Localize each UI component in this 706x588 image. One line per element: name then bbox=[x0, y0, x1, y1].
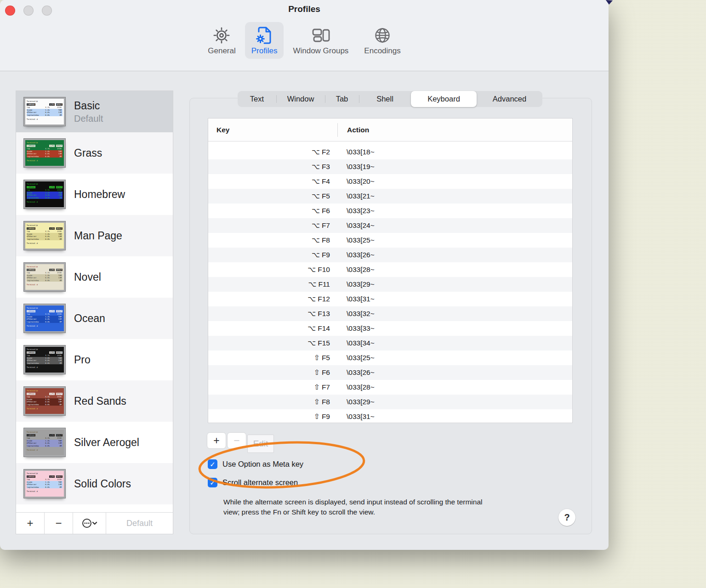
profile-row-grass[interactable]: Terminal1#COMMAND%CPURPRVTtop4.1%231KXco… bbox=[16, 132, 173, 174]
profile-name: Man Page bbox=[74, 230, 122, 242]
toolbar-item-profiles[interactable]: Profiles bbox=[245, 22, 284, 59]
key-table-row[interactable]: ⌥ F6\033[23~ bbox=[208, 204, 572, 218]
profile-thumbnail: Terminal1#COMMAND%CPURPRVTtop4.1%231KXco… bbox=[24, 97, 65, 126]
profile-row-ocean[interactable]: Terminal1#COMMAND%CPURPRVTtop4.1%231KXco… bbox=[16, 298, 173, 339]
profile-row-red-sands[interactable]: Terminal1#COMMAND%CPURPRVTtop4.1%231KXco… bbox=[16, 380, 173, 422]
key-cell: ⌥ F15 bbox=[208, 339, 337, 347]
key-table-row[interactable]: ⌥ F9\033[26~ bbox=[208, 248, 572, 262]
action-cell: \033[29~ bbox=[337, 398, 375, 406]
profile-row-pro[interactable]: Terminal1#COMMAND%CPURPRVTtop4.1%231KXco… bbox=[16, 339, 173, 380]
key-table-row[interactable]: ⌥ F10\033[28~ bbox=[208, 262, 572, 277]
action-cell: \033[28~ bbox=[337, 383, 375, 391]
tab-advanced[interactable]: Advanced bbox=[477, 91, 542, 107]
default-button[interactable]: Default bbox=[106, 513, 173, 534]
tab-bar: TextWindowTabShellKeyboardAdvanced bbox=[238, 91, 542, 107]
key-cell: ⌥ F14 bbox=[208, 324, 337, 333]
toolbar-item-encodings[interactable]: Encodings bbox=[358, 22, 407, 59]
tab-text[interactable]: Text bbox=[238, 91, 276, 107]
toolbar-item-general[interactable]: General bbox=[201, 22, 242, 59]
key-table-row[interactable]: ⌥ F8\033[25~ bbox=[208, 233, 572, 248]
toolbar-label-window-groups: Window Groups bbox=[293, 46, 348, 56]
key-cell: ⇧ F8 bbox=[208, 398, 337, 406]
key-table-row[interactable]: ⌥ F13\033[32~ bbox=[208, 306, 572, 321]
use-option-as-meta-label: Use Option as Meta key bbox=[222, 460, 303, 469]
profile-name: Solid Colors bbox=[74, 478, 131, 490]
use-option-as-meta-row: ✓ Use Option as Meta key bbox=[208, 459, 303, 469]
scroll-alternate-screen-checkbox[interactable]: ✓ bbox=[208, 478, 217, 487]
profile-row-novel[interactable]: Terminal1#COMMAND%CPURPRVTtop4.1%231KXco… bbox=[16, 256, 173, 298]
key-table-row[interactable]: ⌥ F2\033[18~ bbox=[208, 145, 572, 159]
key-table-row[interactable]: ⌥ F14\033[33~ bbox=[208, 321, 572, 336]
profile-thumbnail: Terminal1#COMMAND%CPURPRVTtop4.1%231KXco… bbox=[24, 139, 65, 167]
key-table-row[interactable]: ⌥ F4\033[20~ bbox=[208, 174, 572, 189]
key-cell: ⌥ F12 bbox=[208, 295, 337, 303]
profile-name: Grass bbox=[74, 147, 102, 159]
action-cell: \033[32~ bbox=[337, 310, 375, 318]
action-cell: \033[34~ bbox=[337, 339, 375, 347]
profile-row-homebrew[interactable]: Terminal1#COMMAND%CPURPRVTtop4.1%231KXco… bbox=[16, 174, 173, 215]
profile-name: Ocean bbox=[74, 312, 105, 325]
action-cell: \033[25~ bbox=[337, 354, 375, 362]
key-table-row[interactable]: ⌥ F11\033[29~ bbox=[208, 277, 572, 292]
remove-key-button[interactable]: − bbox=[227, 432, 246, 449]
scroll-alternate-screen-label: Scroll alternate screen bbox=[222, 478, 298, 487]
key-table-row[interactable]: ⌥ F3\033[19~ bbox=[208, 159, 572, 174]
gear-icon bbox=[212, 26, 231, 45]
action-cell: \033[18~ bbox=[337, 148, 375, 156]
profile-thumbnail: Terminal1#COMMAND%CPURPRVTtop4.1%231KXco… bbox=[24, 221, 65, 250]
more-options-button[interactable] bbox=[73, 513, 106, 534]
tab-tab[interactable]: Tab bbox=[325, 91, 359, 107]
profile-thumbnail: Terminal1#COMMAND%CPURPRVTtop4.1%231KXco… bbox=[24, 345, 65, 374]
key-table-row[interactable]: ⇧ F7\033[28~ bbox=[208, 380, 572, 395]
key-cell: ⌥ F6 bbox=[208, 207, 337, 215]
profile-row-basic[interactable]: Terminal1#COMMAND%CPURPRVTtop4.1%231KXco… bbox=[16, 91, 173, 132]
tab-keyboard[interactable]: Keyboard bbox=[411, 91, 477, 107]
use-option-as-meta-checkbox[interactable]: ✓ bbox=[208, 459, 217, 469]
key-cell: ⌥ F11 bbox=[208, 280, 337, 288]
key-cell: ⌥ F4 bbox=[208, 177, 337, 186]
key-table-row[interactable]: ⌥ F12\033[31~ bbox=[208, 292, 572, 306]
action-cell: \033[33~ bbox=[337, 324, 375, 333]
column-header-action[interactable]: Action bbox=[338, 126, 369, 134]
key-table-row[interactable]: ⇧ F8\033[29~ bbox=[208, 395, 572, 409]
profile-name: Pro bbox=[74, 354, 91, 366]
profile-thumbnail: Terminal1#COMMAND%CPURPRVTtop4.1%231KXco… bbox=[24, 469, 65, 498]
toolbar-item-window-groups[interactable]: Window Groups bbox=[286, 22, 355, 59]
key-cell: ⌥ F9 bbox=[208, 251, 337, 259]
key-cell: ⇧ F6 bbox=[208, 368, 337, 377]
profile-name: Red Sands bbox=[74, 395, 126, 407]
globe-icon bbox=[373, 26, 392, 45]
key-table-row[interactable]: ⇧ F6\033[26~ bbox=[208, 365, 572, 380]
key-cell: ⌥ F7 bbox=[208, 221, 337, 230]
action-cell: \033[28~ bbox=[337, 266, 375, 274]
profile-name: BasicDefault bbox=[74, 100, 103, 124]
profile-row-silver-aerogel[interactable]: Terminal1#COMMAND%CPURPRVTtop4.1%231KXco… bbox=[16, 422, 173, 463]
toolbar: General bbox=[0, 22, 609, 59]
profile-name: Homebrew bbox=[74, 188, 125, 201]
key-table-row[interactable]: ⇧ F9\033[31~ bbox=[208, 409, 572, 423]
toolbar-label-general: General bbox=[208, 46, 235, 56]
profile-row-man-page[interactable]: Terminal1#COMMAND%CPURPRVTtop4.1%231KXco… bbox=[16, 215, 173, 256]
profile-thumbnail: Terminal1#COMMAND%CPURPRVTtop4.1%231KXco… bbox=[24, 180, 65, 209]
tab-window[interactable]: Window bbox=[276, 91, 325, 107]
remove-profile-button[interactable]: − bbox=[45, 513, 73, 534]
add-key-button[interactable]: + bbox=[207, 432, 226, 449]
add-profile-button[interactable]: + bbox=[16, 513, 45, 534]
profile-subtitle: Default bbox=[74, 113, 103, 124]
key-table-row[interactable]: ⇧ F5\033[25~ bbox=[208, 351, 572, 365]
key-table-row[interactable]: ⌥ F15\033[34~ bbox=[208, 336, 572, 351]
titlebar-toolbar: Profiles General bbox=[0, 0, 609, 71]
key-cell: ⇧ F5 bbox=[208, 354, 337, 362]
key-table-row[interactable]: ⌥ F5\033[21~ bbox=[208, 189, 572, 204]
tab-shell[interactable]: Shell bbox=[359, 91, 411, 107]
column-header-key[interactable]: Key bbox=[208, 126, 337, 134]
table-row-actions: + − Edit bbox=[207, 432, 274, 453]
toolbar-label-profiles: Profiles bbox=[251, 46, 278, 56]
action-cell: \033[19~ bbox=[337, 163, 375, 171]
key-table-row[interactable]: ⌥ F7\033[24~ bbox=[208, 218, 572, 233]
action-cell: \033[26~ bbox=[337, 368, 375, 377]
edit-key-button[interactable]: Edit bbox=[247, 435, 274, 453]
alternate-screen-help-text: While the alternate screen is displayed,… bbox=[223, 497, 499, 517]
profile-row-solid-colors[interactable]: Terminal1#COMMAND%CPURPRVTtop4.1%231KXco… bbox=[16, 463, 173, 504]
help-button[interactable]: ? bbox=[558, 509, 575, 526]
